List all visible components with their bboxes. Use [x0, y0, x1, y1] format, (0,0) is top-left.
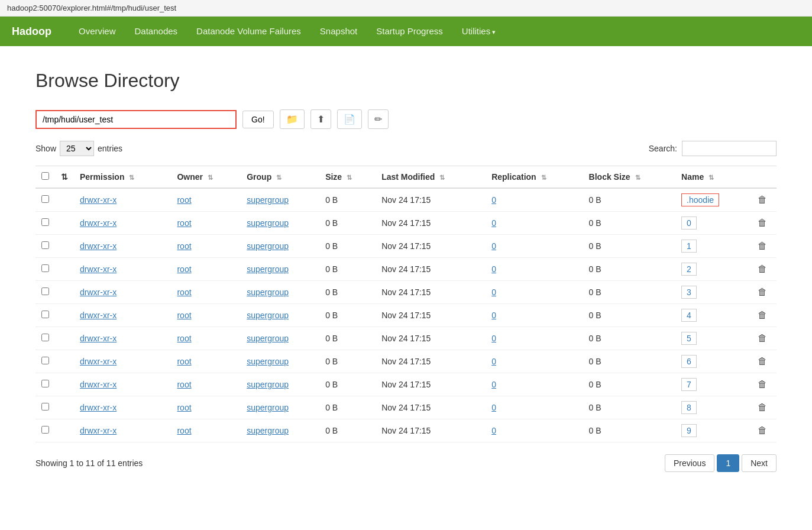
permission-link[interactable]: drwxr-xr-x	[80, 218, 117, 228]
row-checkbox-cell[interactable]	[35, 419, 55, 442]
delete-button[interactable]: 🗑	[754, 355, 771, 368]
nav-link-startup-progress[interactable]: Startup Progress	[367, 17, 452, 46]
delete-button[interactable]: 🗑	[754, 332, 771, 345]
th-owner[interactable]: Owner ⇅	[171, 166, 241, 189]
row-checkbox-cell[interactable]	[35, 350, 55, 373]
name-anchor[interactable]: 5	[687, 334, 691, 343]
replication-link[interactable]: 0	[491, 403, 496, 412]
replication-link[interactable]: 0	[491, 357, 496, 366]
permission-link[interactable]: drwxr-xr-x	[80, 334, 117, 343]
row-delete-cell[interactable]: 🗑	[748, 327, 777, 350]
select-all-checkbox[interactable]	[41, 172, 49, 180]
go-button[interactable]: Go!	[242, 111, 274, 128]
permission-link[interactable]: drwxr-xr-x	[80, 264, 117, 274]
group-link[interactable]: supergroup	[247, 311, 289, 320]
permission-link[interactable]: drwxr-xr-x	[80, 403, 117, 412]
group-link[interactable]: supergroup	[247, 287, 289, 297]
name-link[interactable]: 0	[681, 216, 697, 230]
th-last-modified[interactable]: Last Modified ⇅	[376, 166, 486, 189]
row-checkbox[interactable]	[41, 357, 49, 364]
row-delete-cell[interactable]: 🗑	[748, 281, 777, 304]
owner-link[interactable]: root	[177, 426, 191, 435]
replication-link[interactable]: 0	[491, 380, 496, 389]
replication-link[interactable]: 0	[491, 287, 496, 297]
page-1-button[interactable]: 1	[717, 454, 739, 472]
row-checkbox[interactable]	[41, 195, 49, 203]
previous-button[interactable]: Previous	[665, 454, 714, 472]
name-link[interactable]: 5	[681, 332, 697, 345]
replication-link[interactable]: 0	[491, 195, 496, 205]
group-link[interactable]: supergroup	[247, 357, 289, 366]
search-input[interactable]	[682, 141, 777, 156]
delete-button[interactable]: 🗑	[754, 309, 771, 322]
row-delete-cell[interactable]: 🗑	[748, 350, 777, 373]
row-delete-cell[interactable]: 🗑	[748, 235, 777, 258]
owner-link[interactable]: root	[177, 195, 191, 205]
nav-item-datanodes[interactable]: Datanodes	[125, 17, 187, 46]
name-anchor[interactable]: 9	[687, 426, 691, 435]
upload-icon-button[interactable]: ⬆	[310, 109, 331, 129]
group-link[interactable]: supergroup	[247, 334, 289, 343]
name-anchor[interactable]: 8	[687, 403, 691, 412]
delete-button[interactable]: 🗑	[754, 401, 771, 414]
name-link[interactable]: .hoodie	[681, 193, 719, 206]
th-block-size[interactable]: Block Size ⇅	[583, 166, 675, 189]
permission-link[interactable]: drwxr-xr-x	[80, 426, 117, 435]
replication-link[interactable]: 0	[491, 311, 496, 320]
name-anchor[interactable]: 4	[687, 311, 691, 320]
row-checkbox-cell[interactable]	[35, 373, 55, 396]
nav-item-datanode-volume-failures[interactable]: Datanode Volume Failures	[187, 17, 310, 46]
delete-button[interactable]: 🗑	[754, 263, 771, 276]
name-link[interactable]: 4	[681, 309, 697, 322]
group-link[interactable]: supergroup	[247, 195, 289, 205]
owner-link[interactable]: root	[177, 287, 191, 297]
delete-button[interactable]: 🗑	[754, 240, 771, 253]
name-anchor[interactable]: 2	[687, 264, 691, 274]
th-replication[interactable]: Replication ⇅	[486, 166, 583, 189]
row-delete-cell[interactable]: 🗑	[748, 396, 777, 419]
row-checkbox[interactable]	[41, 287, 49, 295]
row-checkbox[interactable]	[41, 264, 49, 272]
path-input[interactable]	[35, 110, 237, 129]
nav-link-utilities[interactable]: Utilities	[452, 17, 505, 47]
name-link[interactable]: 1	[681, 240, 697, 253]
replication-link[interactable]: 0	[491, 264, 496, 274]
permission-link[interactable]: drwxr-xr-x	[80, 195, 117, 205]
group-link[interactable]: supergroup	[247, 264, 289, 274]
owner-link[interactable]: root	[177, 241, 191, 251]
name-link[interactable]: 8	[681, 401, 697, 414]
row-checkbox[interactable]	[41, 334, 49, 341]
row-checkbox-cell[interactable]	[35, 327, 55, 350]
delete-button[interactable]: 🗑	[754, 378, 771, 391]
row-checkbox-cell[interactable]	[35, 281, 55, 304]
owner-link[interactable]: root	[177, 311, 191, 320]
replication-link[interactable]: 0	[491, 334, 496, 343]
name-link[interactable]: 7	[681, 378, 697, 391]
replication-link[interactable]: 0	[491, 426, 496, 435]
group-link[interactable]: supergroup	[247, 380, 289, 389]
permission-link[interactable]: drwxr-xr-x	[80, 311, 117, 320]
delete-button[interactable]: 🗑	[754, 424, 771, 437]
show-entries-select[interactable]: 10 25 50 100	[60, 141, 94, 156]
name-anchor[interactable]: 3	[687, 287, 691, 297]
nav-item-startup-progress[interactable]: Startup Progress	[367, 17, 452, 46]
row-checkbox[interactable]	[41, 426, 49, 434]
nav-item-snapshot[interactable]: Snapshot	[310, 17, 367, 46]
owner-link[interactable]: root	[177, 264, 191, 274]
row-checkbox[interactable]	[41, 311, 49, 318]
nav-link-overview[interactable]: Overview	[69, 17, 125, 46]
file-icon-button[interactable]: 📄	[337, 109, 362, 129]
nav-link-datanodes[interactable]: Datanodes	[125, 17, 187, 46]
owner-link[interactable]: root	[177, 218, 191, 228]
owner-link[interactable]: root	[177, 334, 191, 343]
owner-link[interactable]: root	[177, 380, 191, 389]
replication-link[interactable]: 0	[491, 218, 496, 228]
rename-icon-button[interactable]: ✏	[368, 109, 389, 129]
permission-link[interactable]: drwxr-xr-x	[80, 287, 117, 297]
th-sort[interactable]: ⇅	[55, 166, 74, 189]
row-checkbox-cell[interactable]	[35, 188, 55, 212]
delete-button[interactable]: 🗑	[754, 286, 771, 299]
group-link[interactable]: supergroup	[247, 241, 289, 251]
permission-link[interactable]: drwxr-xr-x	[80, 357, 117, 366]
row-delete-cell[interactable]: 🗑	[748, 258, 777, 281]
